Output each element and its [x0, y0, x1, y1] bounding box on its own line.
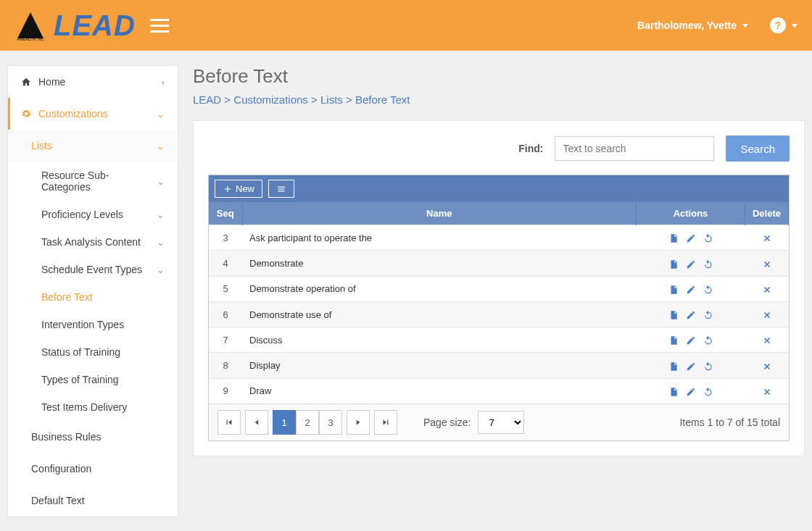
- sidebar-item-intervention-types[interactable]: Intervention Types: [8, 311, 178, 338]
- breadcrumb-link[interactable]: LEAD: [193, 93, 221, 106]
- chevron-down-icon: ⌄: [157, 209, 165, 220]
- page-title: Before Text: [193, 65, 805, 88]
- edit-icon[interactable]: [686, 232, 696, 243]
- sidebar-item-schedule-event-types[interactable]: Schedule Event Types ⌄: [8, 256, 178, 283]
- button-label: New: [236, 183, 254, 194]
- cell-name: Demonstrate use of: [242, 301, 637, 327]
- pager-first-button[interactable]: [218, 410, 241, 435]
- edit-icon[interactable]: [686, 309, 696, 320]
- search-input[interactable]: [555, 136, 714, 161]
- delete-icon[interactable]: [762, 232, 772, 243]
- edit-icon[interactable]: [686, 385, 696, 397]
- delete-icon[interactable]: [762, 309, 772, 320]
- cogs-icon: [21, 109, 31, 119]
- column-header-seq[interactable]: Seq: [209, 202, 242, 225]
- sidebar-item-status-of-training[interactable]: Status of Training: [8, 338, 178, 366]
- sidebar-item-default-text[interactable]: Default Text: [8, 485, 178, 517]
- pager-prev-button[interactable]: [245, 410, 268, 435]
- page-size-select[interactable]: 7: [478, 411, 524, 434]
- pager-page-button[interactable]: 2: [296, 410, 319, 435]
- column-header-delete: Delete: [745, 202, 789, 225]
- sidebar-item-types-of-training[interactable]: Types of Training: [8, 366, 178, 393]
- sidebar-item-label: Task Analysis Content: [41, 236, 141, 248]
- column-header-actions: Actions: [637, 202, 745, 225]
- delete-icon[interactable]: [762, 257, 772, 269]
- delete-icon[interactable]: [762, 359, 772, 371]
- sidebar-item-test-items-delivery[interactable]: Test Items Delivery: [8, 393, 178, 421]
- sidebar-item-label: Schedule Event Types: [41, 264, 142, 275]
- home-icon: [21, 77, 31, 87]
- undo-icon[interactable]: [703, 385, 713, 397]
- sidebar-item-task-analysis-content[interactable]: Task Analysis Content ⌄: [8, 228, 178, 256]
- pager-last-button[interactable]: [374, 410, 397, 435]
- cell-seq: 4: [209, 251, 242, 276]
- sidebar-item-business-rules[interactable]: Business Rules: [8, 421, 178, 453]
- main-panel: Find: Search New Seq: [193, 120, 805, 456]
- edit-icon[interactable]: [686, 359, 696, 371]
- view-icon[interactable]: [668, 334, 679, 346]
- edit-icon[interactable]: [686, 257, 696, 269]
- help-icon: ?: [770, 17, 786, 33]
- search-label: Find:: [518, 143, 543, 154]
- chevron-down-icon: ⌄: [157, 141, 165, 151]
- page-size-label: Page size:: [423, 417, 471, 428]
- undo-icon[interactable]: [703, 334, 713, 346]
- grid-menu-button[interactable]: [268, 180, 294, 198]
- view-icon[interactable]: [668, 309, 679, 320]
- user-menu[interactable]: Bartholomew, Yvette: [637, 20, 748, 31]
- topbar: AIMERLON, INC LEAD Bartholomew, Yvette ?: [0, 0, 812, 51]
- view-icon[interactable]: [668, 385, 679, 397]
- chevron-down-icon: ⌄: [157, 264, 165, 275]
- logo-mark-icon: AIMERLON, INC: [14, 9, 46, 41]
- table-row: 9Draw: [209, 378, 789, 404]
- sidebar-item-configuration[interactable]: Configuration: [8, 453, 178, 485]
- menu-toggle-icon[interactable]: [150, 15, 169, 36]
- sidebar-item-home[interactable]: Home ‹: [8, 66, 178, 98]
- sidebar-item-label: Business Rules: [31, 431, 102, 443]
- view-icon[interactable]: [668, 359, 679, 371]
- sidebar-item-before-text[interactable]: Before Text: [8, 283, 178, 311]
- new-button[interactable]: New: [215, 180, 262, 198]
- search-button[interactable]: Search: [726, 135, 790, 162]
- delete-icon[interactable]: [762, 334, 772, 346]
- chevron-down-icon: ⌄: [157, 237, 165, 248]
- edit-icon[interactable]: [686, 334, 696, 346]
- delete-icon[interactable]: [762, 385, 772, 397]
- table-row: 3Ask participant to operate the: [209, 225, 789, 251]
- breadcrumb-link[interactable]: Customizations: [233, 93, 308, 106]
- help-menu[interactable]: ?: [770, 17, 798, 33]
- next-icon: [353, 417, 363, 427]
- sidebar-item-resource-sub-categories[interactable]: Resource Sub-Categories ⌄: [8, 162, 178, 201]
- breadcrumb-current: Before Text: [355, 93, 410, 106]
- undo-icon[interactable]: [703, 359, 713, 371]
- undo-icon[interactable]: [703, 257, 713, 269]
- sidebar-item-label: Resource Sub-Categories: [41, 170, 149, 193]
- breadcrumb-link[interactable]: Lists: [320, 93, 343, 106]
- cell-name: Demonstrate operation of: [242, 276, 637, 301]
- pager-page-button[interactable]: 3: [319, 410, 342, 435]
- pager-page-button[interactable]: 1: [273, 410, 296, 435]
- sidebar-item-label: Lists: [31, 140, 52, 151]
- sidebar-item-proficiency-levels[interactable]: Proficiency Levels ⌄: [8, 201, 178, 228]
- pager-next-button[interactable]: [347, 410, 370, 435]
- undo-icon[interactable]: [703, 309, 713, 320]
- cell-name: Discuss: [242, 327, 637, 353]
- table-row: 4Demonstrate: [209, 251, 789, 276]
- sidebar-item-customizations[interactable]: Customizations ⌄: [8, 98, 178, 130]
- column-header-name[interactable]: Name: [242, 202, 637, 225]
- sidebar-item-lists[interactable]: Lists ⌄: [8, 130, 178, 162]
- undo-icon[interactable]: [703, 232, 713, 243]
- edit-icon[interactable]: [686, 283, 696, 295]
- brand-text: LEAD: [54, 9, 136, 42]
- view-icon[interactable]: [668, 283, 679, 295]
- delete-icon[interactable]: [762, 283, 772, 295]
- view-icon[interactable]: [668, 257, 679, 269]
- cell-seq: 9: [209, 378, 242, 404]
- view-icon[interactable]: [668, 232, 679, 243]
- sidebar-item-label: Proficiency Levels: [41, 209, 123, 220]
- undo-icon[interactable]: [703, 283, 713, 295]
- cell-seq: 3: [209, 225, 242, 251]
- sidebar-item-label: Status of Training: [41, 346, 120, 358]
- logo[interactable]: AIMERLON, INC LEAD: [14, 9, 136, 42]
- cell-name: Display: [242, 353, 637, 378]
